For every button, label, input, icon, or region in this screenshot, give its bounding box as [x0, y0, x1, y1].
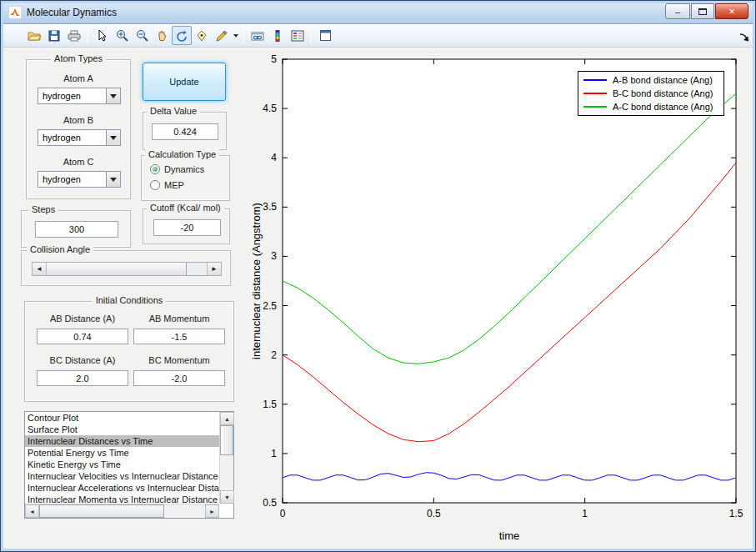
slider-thumb[interactable]	[47, 263, 187, 275]
brush-icon[interactable]	[212, 26, 232, 45]
pointer-icon[interactable]	[92, 26, 112, 45]
app-window: Molecular Dynamics – ×	[0, 0, 756, 552]
minimize-button[interactable]: –	[665, 3, 690, 19]
svg-text:1.5: 1.5	[729, 508, 743, 519]
plot-canvas: 00.511.50.511.522.533.544.55	[248, 49, 756, 552]
radio-dynamics[interactable]: Dynamics	[150, 164, 204, 174]
scroll-left-icon[interactable]: ◄	[25, 504, 39, 518]
dropdown-value: hydrogen	[38, 130, 106, 145]
initial-conditions-panel: Initial Conditions AB Distance (A) AB Mo…	[24, 301, 234, 402]
print-icon[interactable]	[64, 26, 84, 45]
list-item[interactable]: Surface Plot	[25, 424, 219, 435]
ab-momentum-input[interactable]	[133, 329, 225, 344]
panel-title: Cutoff (Kcal/ mol)	[147, 203, 224, 213]
legend-line-sample	[583, 93, 607, 94]
radio-label: MEP	[164, 180, 184, 190]
ab-momentum-label: AB Momentum	[133, 314, 225, 324]
dropdown-value: hydrogen	[38, 88, 106, 103]
chevron-down-icon[interactable]	[106, 88, 120, 103]
legend-entry: A-C bond distance (Ang)	[578, 100, 723, 113]
rotate-3d-icon[interactable]	[172, 26, 192, 45]
list-item[interactable]: Potential Energy vs Time	[25, 447, 219, 459]
list-item[interactable]: Contour Plot	[25, 412, 219, 424]
collision-angle-slider[interactable]: ◄ ►	[32, 262, 222, 276]
legend-line-sample	[583, 79, 607, 81]
horizontal-scroll-track[interactable]	[164, 504, 205, 518]
colorbar-icon[interactable]	[268, 26, 288, 45]
radio-mep[interactable]: MEP	[150, 180, 184, 190]
toolbar-separator	[311, 28, 312, 44]
minimize-icon: –	[675, 7, 680, 17]
scroll-down-icon[interactable]: ▼	[220, 490, 234, 504]
slider-track[interactable]	[187, 263, 207, 275]
atom-b-dropdown[interactable]: hydrogen	[38, 129, 121, 146]
radio-selected-icon[interactable]	[150, 164, 160, 174]
svg-text:3.5: 3.5	[263, 201, 277, 213]
radio-unselected-icon[interactable]	[150, 180, 160, 190]
bc-momentum-input[interactable]	[133, 370, 225, 386]
link-plot-icon[interactable]	[248, 26, 268, 45]
zoom-out-icon[interactable]	[132, 26, 152, 45]
vertical-scroll-thumb[interactable]	[220, 425, 233, 455]
dock-figure-icon[interactable]	[315, 26, 335, 45]
legend-icon[interactable]	[288, 26, 308, 45]
legend-label: A-B bond distance (Ang)	[613, 75, 713, 85]
panel-title: Collision Angle	[27, 244, 93, 254]
svg-text:1: 1	[271, 448, 277, 459]
plot-type-listbox[interactable]: Contour PlotSurface PlotInternuclear Dis…	[24, 411, 234, 519]
listbox-items: Contour PlotSurface PlotInternuclear Dis…	[25, 412, 219, 504]
title-bar[interactable]: Molecular Dynamics – ×	[1, 1, 755, 24]
update-button[interactable]: Update	[143, 63, 226, 101]
matlab-app-icon	[8, 6, 22, 19]
cutoff-input[interactable]	[153, 219, 221, 236]
slider-left-arrow-icon[interactable]: ◄	[33, 263, 47, 275]
panel-title: Atom Types	[51, 53, 106, 63]
svg-text:3: 3	[271, 250, 277, 262]
atom-a-dropdown[interactable]: hydrogen	[38, 88, 121, 104]
horizontal-scrollbar[interactable]: ◄ ►	[25, 504, 219, 518]
calculation-type-panel: Calculation Type Dynamics MEP	[141, 155, 230, 201]
atom-c-dropdown[interactable]: hydrogen	[38, 171, 121, 188]
brush-dropdown-icon[interactable]	[232, 27, 240, 45]
panel-title: Calculation Type	[145, 149, 219, 159]
pan-icon[interactable]	[152, 26, 172, 45]
list-item[interactable]: Internuclear Momenta vs Internuclear Dis…	[25, 494, 219, 504]
close-icon: ×	[728, 5, 735, 18]
slider-right-arrow-icon[interactable]: ►	[207, 263, 221, 275]
window-title: Molecular Dynamics	[27, 7, 117, 18]
save-icon[interactable]	[44, 26, 64, 45]
legend-label: A-C bond distance (Ang)	[613, 102, 713, 112]
data-cursor-icon[interactable]	[192, 26, 212, 45]
svg-text:4.5: 4.5	[263, 103, 277, 114]
svg-text:2.5: 2.5	[263, 300, 277, 312]
cutoff-panel: Cutoff (Kcal/ mol)	[143, 208, 230, 244]
zoom-in-icon[interactable]	[112, 26, 132, 45]
list-item[interactable]: Kinetic Energy vs Time	[25, 459, 219, 470]
close-button[interactable]: ×	[715, 3, 748, 19]
list-item[interactable]: Internuclear Accelerations vs Internucle…	[25, 482, 219, 494]
delta-value-input[interactable]	[152, 123, 218, 140]
svg-text:4: 4	[271, 152, 277, 163]
list-item[interactable]: Internuclear Velocities vs Internuclear …	[25, 470, 219, 482]
list-item[interactable]: Internuclear Distances vs Time	[25, 435, 219, 447]
vertical-scrollbar[interactable]: ▲ ▼	[219, 412, 233, 504]
horizontal-scroll-thumb[interactable]	[39, 504, 164, 518]
bc-distance-input[interactable]	[37, 370, 128, 386]
chevron-down-icon[interactable]	[106, 130, 120, 145]
svg-text:2: 2	[271, 349, 277, 361]
ab-distance-input[interactable]	[37, 329, 128, 344]
maximize-button[interactable]	[691, 3, 714, 19]
collision-angle-panel: Collision Angle ◄ ►	[21, 250, 231, 286]
atom-b-label: Atom B	[27, 115, 130, 125]
scroll-up-icon[interactable]: ▲	[220, 412, 234, 425]
steps-input[interactable]	[35, 221, 118, 238]
open-icon[interactable]	[24, 26, 44, 45]
atom-types-panel: Atom Types Atom A hydrogen Atom B hydrog…	[26, 59, 131, 199]
ab-distance-label: AB Distance (A)	[37, 314, 128, 324]
bc-distance-label: BC Distance (A)	[37, 355, 128, 365]
scroll-right-icon[interactable]: ►	[205, 504, 219, 518]
chevron-down-icon[interactable]	[106, 172, 120, 187]
legend-box[interactable]: A-B bond distance (Ang)B-C bond distance…	[578, 71, 724, 116]
overflow-arrow-icon[interactable]	[738, 32, 750, 43]
legend-label: B-C bond distance (Ang)	[613, 88, 713, 98]
